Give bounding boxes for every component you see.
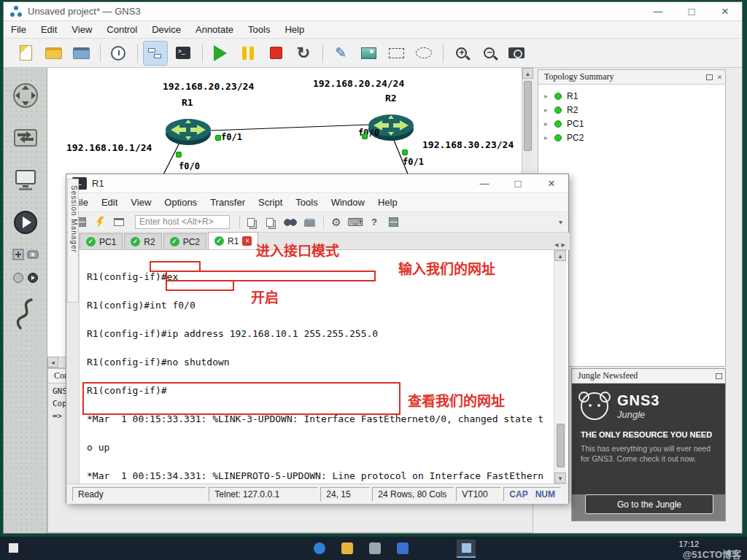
- tree-item-r1[interactable]: ▸R1: [538, 89, 725, 103]
- save-project-button[interactable]: [69, 42, 93, 65]
- menu-help[interactable]: Help: [277, 21, 311, 39]
- terminal-menu-edit[interactable]: Edit: [95, 193, 124, 212]
- taskbar-active-app[interactable]: [457, 540, 476, 558]
- taskbar-app-icon[interactable]: [369, 542, 381, 554]
- console-connect-button[interactable]: [171, 42, 195, 65]
- taskbar-app-icon[interactable]: [314, 542, 325, 554]
- quick-connect-button[interactable]: [91, 214, 109, 230]
- tree-item-pc1[interactable]: ▸PC1: [538, 117, 725, 131]
- session-options-button[interactable]: ⚙: [328, 214, 345, 230]
- terminal-scrollbar[interactable]: ▴ ▾: [554, 250, 566, 483]
- draw-ellipse-button[interactable]: [412, 42, 436, 65]
- new-window-button[interactable]: [110, 214, 128, 230]
- start-devices-button[interactable]: [209, 42, 232, 65]
- scrollbar-thumb[interactable]: [524, 81, 532, 151]
- terminal-maximize-button[interactable]: [501, 174, 535, 192]
- reload-devices-button[interactable]: ↻: [292, 42, 315, 65]
- browse-switches-button[interactable]: [4, 123, 47, 152]
- terminal-menu-view[interactable]: View: [124, 193, 158, 212]
- taskbar-app-icon[interactable]: [397, 542, 409, 554]
- tab-r1[interactable]: R1×: [208, 232, 258, 249]
- print-button[interactable]: [301, 214, 318, 230]
- menu-annotate[interactable]: Annotate: [188, 21, 241, 39]
- tab-r2[interactable]: R2: [124, 233, 161, 249]
- minimize-button[interactable]: [641, 2, 675, 20]
- cable-icon: [11, 297, 40, 330]
- scroll-down-button[interactable]: ▾: [554, 472, 566, 483]
- terminal-menu-window[interactable]: Window: [325, 193, 371, 212]
- expand-arrow-icon[interactable]: ▸: [544, 120, 554, 128]
- host-input[interactable]: Enter host <Alt+R>: [135, 215, 230, 229]
- menu-control[interactable]: Control: [99, 21, 144, 39]
- tab-scroll-right-icon[interactable]: ▸: [561, 240, 565, 249]
- session-manager-tab[interactable]: Session Manager: [67, 179, 79, 303]
- terminal-menu-script[interactable]: Script: [252, 193, 289, 212]
- menu-view[interactable]: View: [64, 21, 99, 39]
- paste-button[interactable]: [263, 214, 280, 230]
- terminal-close-button[interactable]: [535, 174, 568, 192]
- gns3-logo-icon: [10, 6, 22, 18]
- scroll-up-button[interactable]: ▴: [554, 250, 566, 261]
- browse-end-devices-button[interactable]: [4, 166, 47, 195]
- browse-all-devices-button[interactable]: [4, 208, 47, 237]
- zoom-out-button[interactable]: [477, 42, 500, 65]
- tree-item-pc2[interactable]: ▸PC2: [538, 131, 725, 144]
- add-link-button[interactable]: [4, 297, 47, 330]
- sidebar-tool-icon-2[interactable]: [27, 249, 39, 260]
- browse-routers-button[interactable]: [4, 81, 47, 110]
- menu-edit[interactable]: Edit: [34, 21, 64, 39]
- zoom-in-button[interactable]: [449, 42, 473, 65]
- menu-device[interactable]: Device: [144, 21, 188, 39]
- tab-pc2[interactable]: PC2: [163, 233, 206, 249]
- start-button[interactable]: [9, 543, 18, 553]
- find-button[interactable]: [282, 214, 299, 230]
- terminal-menu-options[interactable]: Options: [158, 193, 204, 212]
- terminal-minimize-button[interactable]: [468, 174, 501, 192]
- screenshot-button[interactable]: [505, 42, 528, 65]
- status-cursor-position: 24, 15: [320, 487, 370, 502]
- close-tab-icon[interactable]: ×: [242, 236, 252, 246]
- copy-button[interactable]: [244, 214, 261, 230]
- terminal-menu-help[interactable]: Help: [371, 193, 404, 212]
- scrollbar-thumb[interactable]: [557, 424, 565, 467]
- insert-picture-button[interactable]: [357, 42, 380, 65]
- annotation-view-address: 查看我们的网址: [408, 390, 505, 410]
- sidebar-tool-icon-4[interactable]: [27, 272, 39, 284]
- taskbar-app-icon[interactable]: [341, 542, 353, 554]
- show-interface-labels-button[interactable]: [144, 42, 167, 65]
- maximize-button[interactable]: [675, 2, 708, 20]
- suspend-devices-button[interactable]: [236, 42, 260, 65]
- snapshot-button[interactable]: [107, 42, 130, 65]
- keyboard-button[interactable]: ⌨: [347, 214, 364, 230]
- tab-pc1[interactable]: PC1: [80, 233, 123, 249]
- terminal-menu-tools[interactable]: Tools: [289, 193, 324, 212]
- tile-sessions-button[interactable]: [384, 214, 402, 230]
- new-project-button[interactable]: [14, 42, 37, 65]
- expand-arrow-icon[interactable]: ▸: [544, 106, 554, 114]
- sidebar-tool-icon-1[interactable]: [12, 249, 24, 260]
- open-project-button[interactable]: [42, 42, 65, 65]
- menu-file[interactable]: File: [4, 21, 34, 39]
- expand-arrow-icon[interactable]: ▸: [544, 92, 554, 100]
- close-button[interactable]: [708, 2, 742, 20]
- terminal-menu-transfer[interactable]: Transfer: [204, 193, 252, 212]
- stop-devices-button[interactable]: [264, 42, 287, 65]
- tab-scroll-left-icon[interactable]: ◂: [554, 240, 559, 249]
- scroll-up-button[interactable]: ▴: [522, 68, 533, 79]
- float-panel-button[interactable]: [716, 373, 722, 379]
- router-r1-node[interactable]: [164, 116, 212, 149]
- sidebar-tool-icon-3[interactable]: [12, 272, 24, 284]
- float-panel-button[interactable]: [706, 74, 713, 80]
- scroll-left-button[interactable]: ◂: [47, 357, 58, 368]
- close-panel-button[interactable]: ×: [717, 74, 722, 81]
- add-note-button[interactable]: ✎: [329, 42, 352, 65]
- expand-arrow-icon[interactable]: ▸: [544, 133, 554, 141]
- note-r2-lan-ip: 192.168.30.23/24: [422, 139, 514, 150]
- menu-tools[interactable]: Tools: [241, 21, 277, 39]
- go-to-jungle-button[interactable]: Go to the Jungle: [585, 494, 713, 514]
- terminal-screen[interactable]: R1(config-if)#ex R1(config)#int f0/0 R1(…: [80, 250, 554, 483]
- toolbar-overflow-button[interactable]: ▾: [559, 218, 562, 226]
- draw-rectangle-button[interactable]: [384, 42, 408, 65]
- tree-item-r2[interactable]: ▸R2: [538, 103, 725, 117]
- help-button[interactable]: ?: [365, 214, 383, 230]
